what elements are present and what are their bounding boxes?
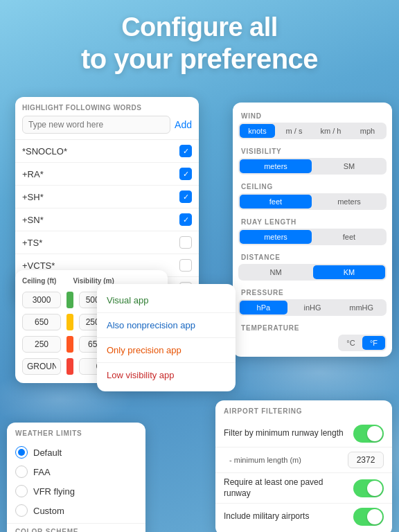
ceiling-input[interactable] <box>22 336 61 353</box>
word-checkbox[interactable]: ✓ <box>179 190 192 203</box>
word-checkbox[interactable]: ✓ <box>179 145 192 157</box>
app-type-item[interactable]: Also nonprecision app <box>97 313 236 338</box>
pressure-segmented-control: hPa inHG mmHG <box>238 299 387 316</box>
radio-label: FAA <box>33 467 51 477</box>
distance-km-btn[interactable]: KM <box>313 265 385 279</box>
ceiling-meters-btn[interactable]: meters <box>313 195 385 209</box>
radio-label: Custom <box>33 506 64 516</box>
toggle-switch[interactable] <box>353 425 384 443</box>
word-item: *SNOCLO* ✓ <box>15 140 199 163</box>
weather-limits-title: WEATHER LIMITS <box>7 429 145 443</box>
weather-option-vfr flying[interactable]: VFR flying <box>7 481 145 501</box>
weather-option-faa[interactable]: FAA <box>7 462 145 481</box>
airport-filtering-title: AIRPORT FILTERING <box>215 407 392 420</box>
header-line2: to your preference <box>14 43 385 75</box>
app-types-card: Visual appAlso nonprecision appOnly prec… <box>97 284 236 391</box>
radio-label: Default <box>33 447 62 458</box>
airport-filtering-card: AIRPORT FILTERING Filter by minimum runw… <box>215 400 392 532</box>
app-type-item[interactable]: Visual app <box>97 288 236 313</box>
word-item: +SN* ✓ <box>15 209 199 231</box>
word-item: +TS* <box>15 231 199 254</box>
runway-segmented-control: meters feet <box>238 229 387 245</box>
word-checkbox[interactable] <box>179 259 192 272</box>
radio-circle <box>15 504 28 517</box>
ceiling-input[interactable] <box>22 314 61 330</box>
color-bar <box>66 292 73 308</box>
airport-filter-row: Require at least one paved runway <box>215 473 392 503</box>
wind-mph-btn[interactable]: mph <box>350 124 385 138</box>
word-label: *SNOCLO* <box>22 146 67 157</box>
vis-meters-btn[interactable]: meters <box>240 159 312 173</box>
airport-filter-row: Include military airports <box>215 504 392 530</box>
word-label: +SH* <box>22 192 44 202</box>
wind-section-title: WIND <box>233 109 392 123</box>
airport-row-label: Include military airports <box>224 511 349 522</box>
word-checkbox[interactable]: ✓ <box>179 168 192 180</box>
pressure-section-title: PRESSURE <box>233 286 392 299</box>
word-item: +RA* ✓ <box>15 163 199 186</box>
ceiling-feet-btn[interactable]: feet <box>240 195 312 209</box>
airport-row-label: - minimum length (m) <box>224 455 344 465</box>
highlight-input[interactable] <box>22 116 170 134</box>
runway-section-title: RUAY LENGTH <box>233 215 392 229</box>
app-items-list: Visual appAlso nonprecision appOnly prec… <box>97 288 236 387</box>
highlight-card-title: HIGHLIGHT FOLLOWING WORDS <box>15 104 199 116</box>
toggle-switch[interactable] <box>353 479 384 497</box>
app-type-item[interactable]: Low visibility app <box>97 363 236 387</box>
weather-option-custom[interactable]: Custom <box>7 501 145 520</box>
temp-f-btn[interactable]: °F <box>362 336 385 350</box>
airport-row-label: Filter by minimum runway length <box>224 428 349 439</box>
visibility-section-title: VISIBILITY <box>233 145 392 158</box>
word-checkbox[interactable] <box>179 236 192 249</box>
color-bar <box>66 314 73 330</box>
distance-section-title: DISTANCE <box>233 251 392 264</box>
color-bar <box>66 358 73 375</box>
airport-filter-row: - minimum length (m) <box>215 447 392 472</box>
ceiling-input[interactable] <box>22 292 61 308</box>
temp-section-title: TEMPERATURE <box>233 321 392 335</box>
word-label: +TS* <box>22 238 42 248</box>
settings-card: WIND knots m / s km / h mph VISIBILITY m… <box>233 103 392 357</box>
page-title: Configure all to your preference <box>0 12 399 75</box>
ceiling-input[interactable] <box>22 358 61 375</box>
word-label: +RA* <box>22 169 44 179</box>
radio-circle <box>15 485 28 497</box>
distance-nm-btn[interactable]: NM <box>240 265 312 279</box>
pressure-mmhg-btn[interactable]: mmHG <box>337 301 385 314</box>
add-word-button[interactable]: Add <box>175 119 192 130</box>
weather-option-default[interactable]: Default <box>7 443 145 462</box>
temp-c-btn[interactable]: °C <box>339 336 362 350</box>
word-label: +VCTS* <box>22 260 55 271</box>
visibility-segmented-control: meters SM <box>238 158 387 175</box>
runway-meters-btn[interactable]: meters <box>240 230 312 244</box>
pressure-hpa-btn[interactable]: hPa <box>240 301 287 314</box>
weather-options-list: Default FAA VFR flying Custom <box>7 443 145 520</box>
color-scheme-label: COLOR SCHEME <box>7 524 145 532</box>
min-length-input[interactable] <box>348 452 384 468</box>
word-checkbox[interactable]: ✓ <box>179 213 192 226</box>
ceiling-segmented-control: feet meters <box>238 193 387 210</box>
wind-kmh-btn[interactable]: km / h <box>313 124 348 138</box>
distance-segmented-control: NM KM <box>238 264 387 281</box>
toggle-switch[interactable] <box>353 508 384 526</box>
airport-rows-list: Filter by minimum runway length - minimu… <box>215 420 392 530</box>
airport-filter-row: Filter by minimum runway length <box>215 420 392 447</box>
highlight-input-row: Add <box>15 116 199 139</box>
header-line1: Configure all <box>14 12 385 43</box>
word-item: +SH* ✓ <box>15 186 199 209</box>
radio-circle <box>15 466 28 478</box>
app-type-item[interactable]: Only precision app <box>97 338 236 363</box>
airport-row-label: Require at least one paved runway <box>224 477 349 499</box>
vis-col1-title: Ceiling (ft) <box>22 277 56 285</box>
color-bar <box>66 336 73 353</box>
runway-feet-btn[interactable]: feet <box>313 230 385 244</box>
radio-label: VFR flying <box>33 486 75 497</box>
vis-sm-btn[interactable]: SM <box>313 159 385 173</box>
weather-limits-card: WEATHER LIMITS Default FAA VFR flying Cu… <box>7 423 145 532</box>
wind-segmented-control: knots m / s km / h mph <box>238 123 387 139</box>
word-label: +SN* <box>22 215 44 225</box>
pressure-inhg-btn[interactable]: inHG <box>289 301 337 314</box>
wind-knots-btn[interactable]: knots <box>240 124 275 138</box>
radio-circle <box>15 446 28 459</box>
wind-ms-btn[interactable]: m / s <box>276 124 312 138</box>
